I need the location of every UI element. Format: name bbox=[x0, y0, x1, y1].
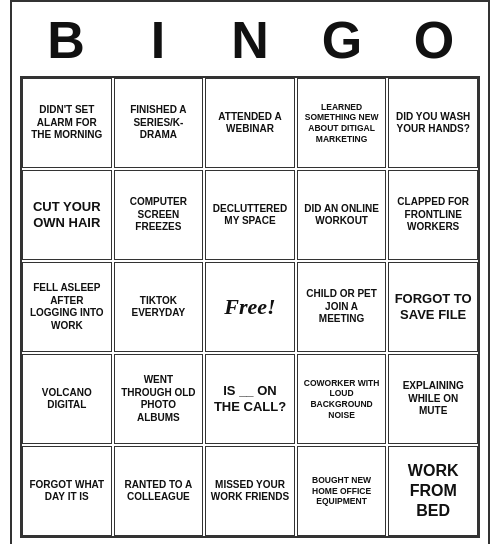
bingo-letter-o: O bbox=[391, 10, 477, 70]
bingo-cell-11[interactable]: TIKTOK EVERYDAY bbox=[114, 262, 204, 352]
bingo-cell-1[interactable]: FINISHED A SERIES/K-DRAMA bbox=[114, 78, 204, 168]
bingo-cell-8[interactable]: DID AN ONLINE WORKOUT bbox=[297, 170, 387, 260]
bingo-card: BINGO DIDN'T SET ALARM FOR THE MORNINGFI… bbox=[10, 0, 490, 544]
bingo-cell-4[interactable]: DID YOU WASH YOUR HANDS? bbox=[388, 78, 478, 168]
bingo-cell-21[interactable]: RANTED TO A COLLEAGUE bbox=[114, 446, 204, 536]
bingo-cell-20[interactable]: FORGOT WHAT DAY IT IS bbox=[22, 446, 112, 536]
bingo-cell-6[interactable]: COMPUTER SCREEN FREEZES bbox=[114, 170, 204, 260]
bingo-letter-n: N bbox=[207, 10, 293, 70]
bingo-cell-5[interactable]: CUT YOUR OWN HAIR bbox=[22, 170, 112, 260]
bingo-cell-14[interactable]: FORGOT TO SAVE FILE bbox=[388, 262, 478, 352]
bingo-cell-23[interactable]: BOUGHT NEW HOME OFFICE EQUIPMENT bbox=[297, 446, 387, 536]
bingo-letter-b: B bbox=[23, 10, 109, 70]
bingo-cell-13[interactable]: CHILD OR PET JOIN A MEETING bbox=[297, 262, 387, 352]
bingo-letter-g: G bbox=[299, 10, 385, 70]
bingo-cell-10[interactable]: FELL ASLEEP AFTER LOGGING INTO WORK bbox=[22, 262, 112, 352]
bingo-grid: DIDN'T SET ALARM FOR THE MORNINGFINISHED… bbox=[20, 76, 480, 538]
bingo-cell-18[interactable]: COWORKER WITH LOUD BACKGROUND NOISE bbox=[297, 354, 387, 444]
bingo-cell-0[interactable]: DIDN'T SET ALARM FOR THE MORNING bbox=[22, 78, 112, 168]
bingo-letter-i: I bbox=[115, 10, 201, 70]
bingo-cell-19[interactable]: EXPLAINING WHILE ON MUTE bbox=[388, 354, 478, 444]
bingo-cell-2[interactable]: ATTENDED A WEBINAR bbox=[205, 78, 295, 168]
bingo-cell-9[interactable]: CLAPPED FOR FRONTLINE WORKERS bbox=[388, 170, 478, 260]
bingo-cell-17[interactable]: IS __ ON THE CALL? bbox=[205, 354, 295, 444]
bingo-cell-12[interactable]: Free! bbox=[205, 262, 295, 352]
bingo-cell-7[interactable]: DECLUTTERED MY SPACE bbox=[205, 170, 295, 260]
bingo-cell-15[interactable]: VOLCANO DIGITAL bbox=[22, 354, 112, 444]
bingo-cell-16[interactable]: WENT THROUGH OLD PHOTO ALBUMS bbox=[114, 354, 204, 444]
bingo-cell-3[interactable]: LEARNED SOMETHING NEW ABOUT DITIGAL MARK… bbox=[297, 78, 387, 168]
bingo-header: BINGO bbox=[20, 10, 480, 70]
bingo-cell-22[interactable]: MISSED YOUR WORK FRIENDS bbox=[205, 446, 295, 536]
bingo-cell-24[interactable]: WORK FROM BED bbox=[388, 446, 478, 536]
